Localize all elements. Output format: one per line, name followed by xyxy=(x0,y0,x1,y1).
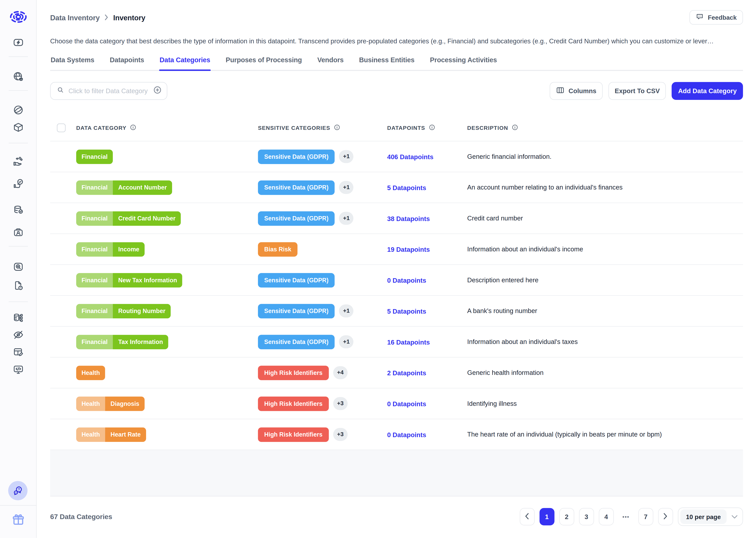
table-row[interactable]: Financial Account Number Sensitive Data … xyxy=(50,172,743,203)
database-check-icon[interactable] xyxy=(13,204,24,216)
plus-circle-icon[interactable] xyxy=(153,85,162,96)
page-button[interactable]: 2 xyxy=(559,508,574,525)
columns-icon xyxy=(556,86,565,96)
previous-page-button[interactable] xyxy=(520,508,535,525)
gift-icon[interactable] xyxy=(11,512,25,527)
category-label: New Tax Information xyxy=(113,273,182,287)
datapoints-link[interactable]: 0 Datapoints xyxy=(387,277,426,284)
svg-text:?: ? xyxy=(20,287,21,290)
datapoints-link[interactable]: 0 Datapoints xyxy=(387,400,426,407)
tab[interactable]: Processing Activities xyxy=(429,56,497,70)
category-parent-label: Financial xyxy=(76,211,113,225)
category-parent-label: Financial xyxy=(76,273,113,287)
bolt-icon[interactable] xyxy=(13,37,24,48)
sensitive-extra-count: +3 xyxy=(333,397,348,410)
eye-off-icon[interactable] xyxy=(13,329,24,341)
info-circle-icon[interactable] xyxy=(429,124,435,132)
table-row[interactable]: Health Heart Rate High Risk Identifiers … xyxy=(50,419,743,450)
page-button[interactable]: 3 xyxy=(579,508,594,525)
add-data-category-button[interactable]: Add Data Category xyxy=(672,82,743,100)
filter-input[interactable] xyxy=(69,87,149,94)
row-description: Credit card number xyxy=(467,215,743,222)
sidebar-divider xyxy=(0,505,37,506)
sensitive-category-badge: Sensitive Data (GDPR) xyxy=(258,273,335,287)
table-row[interactable]: Financial Income Bias Risk 19 Datapoints… xyxy=(50,234,743,265)
data-category-badge: Health Heart Rate xyxy=(76,427,146,442)
tab[interactable]: Business Entities xyxy=(358,56,415,70)
data-category-badge: Financial Routing Number xyxy=(76,304,171,318)
chat-dots-icon xyxy=(696,13,704,22)
cube-icon[interactable] xyxy=(13,122,24,133)
datapoints-link[interactable]: 5 Datapoints xyxy=(387,307,426,315)
table-row[interactable]: Financial Tax Information Sensitive Data… xyxy=(50,327,743,357)
category-parent-label: Health xyxy=(76,427,105,442)
sidebar: ? ? xyxy=(0,0,37,538)
page-size-select[interactable]: 10 per page xyxy=(678,508,743,526)
globe-icon[interactable] xyxy=(13,104,24,116)
chevron-right-icon xyxy=(105,13,109,22)
magnifier-plus-icon[interactable] xyxy=(13,261,24,273)
sidebar-divider xyxy=(9,143,28,143)
table-row[interactable]: Financial Routing Number Sensitive Data … xyxy=(50,296,743,327)
help-chat-icon[interactable]: ? xyxy=(8,481,27,500)
chevron-right-icon xyxy=(663,512,668,521)
category-label: Account Number xyxy=(113,180,172,195)
category-label: Financial xyxy=(76,149,113,164)
datapoints-link[interactable]: 2 Datapoints xyxy=(387,369,426,377)
sidebar-divider xyxy=(9,57,28,57)
tab[interactable]: Datapoints xyxy=(109,56,145,70)
export-csv-button[interactable]: Export To CSV xyxy=(608,82,666,100)
globe-cube-icon[interactable] xyxy=(13,71,24,82)
page-button[interactable]: 4 xyxy=(599,508,614,525)
datapoints-link[interactable]: 16 Datapoints xyxy=(387,339,430,346)
page-button[interactable]: 1 xyxy=(540,508,554,525)
document-question-icon[interactable]: ? xyxy=(13,280,24,291)
table-row[interactable]: Financial Sensitive Data (GDPR) +1 406 D… xyxy=(50,141,743,172)
row-description: A bank's routing number xyxy=(467,307,743,315)
table-row[interactable]: Health High Risk Identifiers +4 2 Datapo… xyxy=(50,357,743,389)
feedback-button-label: Feedback xyxy=(708,14,737,21)
datapoints-link[interactable]: 38 Datapoints xyxy=(387,215,430,222)
info-circle-icon[interactable] xyxy=(511,124,518,132)
monitor-code-icon[interactable] xyxy=(13,364,24,375)
transcend-logo[interactable] xyxy=(10,10,27,24)
table-edit-icon[interactable] xyxy=(13,346,24,358)
column-header-sensitive-categories: SENSITIVE CATEGORIES xyxy=(258,125,330,131)
tab[interactable]: Purposes of Processing xyxy=(225,56,303,70)
datapoints-link[interactable]: 0 Datapoints xyxy=(387,431,426,438)
category-label: Credit Card Number xyxy=(113,211,181,225)
sensitive-category-badge: High Risk Identifiers xyxy=(258,396,329,411)
tab[interactable]: Data Systems xyxy=(50,56,95,70)
page-ellipsis: ••• xyxy=(618,508,633,525)
info-circle-icon[interactable] xyxy=(334,124,340,132)
column-header-datapoints: DATAPOINTS xyxy=(387,125,425,131)
breadcrumb: Data Inventory Inventory xyxy=(50,13,145,22)
page-description: Choose the data category that best descr… xyxy=(50,38,743,45)
datapoints-link[interactable]: 406 Datapoints xyxy=(387,153,434,161)
table-row[interactable]: Financial New Tax Information Sensitive … xyxy=(50,265,743,296)
sensitive-category-badge: Bias Risk xyxy=(258,242,298,256)
tab[interactable]: Vendors xyxy=(317,56,344,70)
select-all-checkbox[interactable] xyxy=(57,123,66,132)
page-button[interactable]: 7 xyxy=(638,508,653,525)
next-page-button[interactable] xyxy=(658,508,673,525)
datapoints-link[interactable]: 19 Datapoints xyxy=(387,246,430,253)
tab[interactable]: Data Categories xyxy=(159,56,211,70)
thumbs-up-check-icon[interactable] xyxy=(13,178,24,190)
database-flow-icon[interactable] xyxy=(13,312,24,324)
info-circle-icon[interactable] xyxy=(130,124,137,132)
datapoints-link[interactable]: 5 Datapoints xyxy=(387,184,426,191)
columns-button[interactable]: Columns xyxy=(550,82,603,100)
row-description: Identifying illness xyxy=(467,400,743,407)
table-row[interactable]: Financial Credit Card Number Sensitive D… xyxy=(50,203,743,234)
sensitive-extra-count: +1 xyxy=(339,150,354,163)
breadcrumb-parent[interactable]: Data Inventory xyxy=(50,13,100,22)
hand-coins-icon[interactable] xyxy=(13,156,24,167)
sensitive-extra-count: +1 xyxy=(339,304,354,317)
table-row[interactable]: Health Diagnosis High Risk Identifiers +… xyxy=(50,388,743,419)
contact-card-icon[interactable] xyxy=(13,227,24,239)
data-category-badge: Financial New Tax Information xyxy=(76,273,182,287)
filter-input-box[interactable] xyxy=(50,82,167,100)
row-description: Description entered here xyxy=(467,276,743,284)
feedback-button[interactable]: Feedback xyxy=(689,10,743,25)
